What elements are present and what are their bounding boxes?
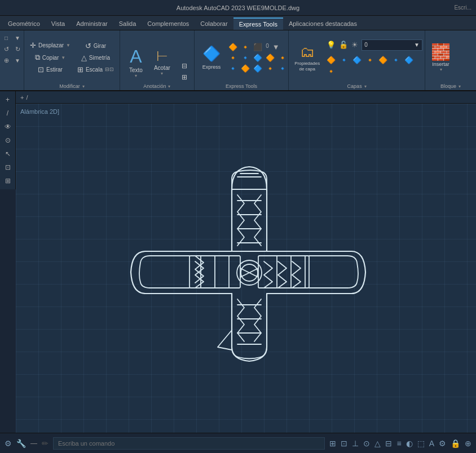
express-icon1[interactable]: 🔶	[227, 42, 239, 52]
breadcrumb-plus[interactable]: +	[20, 94, 24, 101]
tab-geometrico[interactable]: Geométrico	[2, 17, 46, 30]
btn-texto[interactable]: A Texto ▾	[125, 43, 147, 82]
tool-dot[interactable]: ⊙	[1, 134, 15, 146]
express-main-icon: 🔷	[202, 45, 221, 63]
status-icon-transparency[interactable]: ◐	[406, 439, 413, 448]
capas-expand[interactable]: ▾	[364, 84, 367, 89]
express-icon10[interactable]: 🔹	[227, 64, 239, 73]
status-icon-ortho[interactable]: ⊥	[352, 439, 359, 448]
capa-icon1[interactable]: 🔶	[325, 55, 337, 65]
command-input[interactable]	[53, 437, 325, 450]
tool-rect[interactable]: ⊡	[1, 161, 15, 174]
status-icon-polar[interactable]: ⊙	[363, 439, 370, 448]
status-icon-lock[interactable]: 🔒	[451, 439, 460, 448]
breadcrumb-bar: + /	[16, 91, 476, 104]
layer-icon1[interactable]: 💡	[325, 40, 337, 50]
main-canvas: Alámbrica 2D]	[16, 104, 476, 433]
status-separator: —	[30, 439, 37, 447]
express-icon14[interactable]: 🔹	[277, 64, 288, 73]
express-icon6[interactable]: 🔹	[240, 53, 251, 63]
ribbon-panel: □ ▼ ↺ ↻ ⊕ ▼ ✛ Desplazar ▼ ⧉ Copiar	[0, 30, 476, 91]
group-anotacion-label: Anotación ▾	[125, 82, 189, 89]
express-icon13[interactable]: 🔸	[265, 64, 276, 73]
btn-anotacion-extra1[interactable]: ⊟	[179, 61, 189, 71]
tool-plus[interactable]: +	[1, 94, 15, 106]
anotacion-expand[interactable]: ▾	[168, 84, 170, 89]
bloque-content: 🧱 Insertar ▾	[427, 33, 474, 82]
express-icon11[interactable]: 🔶	[240, 64, 251, 73]
layer-icon3[interactable]: ☀	[350, 40, 359, 50]
group-express: 🔷 Express 🔶 🔸 ⬛ 0 ▼ 🔸 🔹 🔷 🔶 🔸	[195, 30, 289, 90]
express-icon12[interactable]: 🔷	[252, 64, 263, 73]
tool-cursor[interactable]: ↖	[1, 148, 15, 160]
express-icon7[interactable]: 🔷	[252, 53, 263, 63]
btn-anotacion-extra2[interactable]: ⊞	[179, 72, 189, 82]
insertar-icon: 🧱	[431, 43, 451, 61]
tab-colaborar[interactable]: Colaborar	[195, 17, 233, 30]
status-icon-cmd: ⚙	[5, 439, 12, 448]
tab-salida[interactable]: Salida	[113, 17, 142, 30]
status-icon-lineweight[interactable]: ≡	[396, 439, 401, 448]
express-icon3[interactable]: ⬛	[252, 42, 263, 52]
btn-escala[interactable]: ⊞ Escala ⊟⊡	[75, 64, 116, 75]
capa-icon6[interactable]: 🔹	[390, 55, 402, 65]
status-icon-snap[interactable]: ⊡	[341, 439, 347, 448]
acotar-icon: ⊢	[156, 50, 168, 63]
group-modificar: ✛ Desplazar ▼ ⧉ Copiar ▼ ⊡ Estirar ↺ Gir…	[24, 30, 120, 90]
cad-svg	[77, 133, 415, 403]
status-icon-osnap[interactable]: △	[374, 439, 381, 448]
status-icon-selection[interactable]: ⬚	[417, 439, 425, 448]
quick-access-undo[interactable]: ↺	[1, 44, 11, 54]
status-icon-3d[interactable]: ⊟	[385, 439, 392, 448]
btn-desplazar[interactable]: ✛ Desplazar ▼	[28, 40, 73, 51]
tab-administrar[interactable]: Administrar	[70, 17, 113, 30]
status-icon-isolate[interactable]: ⊕	[465, 439, 471, 448]
modificar-expand[interactable]: ▾	[82, 84, 85, 89]
quick-access-extra1[interactable]: ⊕	[1, 55, 11, 65]
capa-icon4[interactable]: 🔸	[364, 55, 376, 65]
layer-dropdown[interactable]: 0 ▼	[362, 39, 422, 51]
express-icon2[interactable]: 🔸	[240, 42, 251, 52]
express-icon5[interactable]: 🔸	[227, 53, 239, 63]
btn-propiedades-capa[interactable]: 🗂 Propiedadesde capa	[291, 41, 323, 74]
modificar-content: ✛ Desplazar ▼ ⧉ Copiar ▼ ⊡ Estirar ↺ Gir…	[28, 33, 116, 82]
status-icon-annotate[interactable]: A	[429, 439, 434, 448]
capa-icon5[interactable]: 🔶	[377, 55, 389, 65]
svg-rect-9	[258, 256, 309, 288]
layer-icon2[interactable]: 🔓	[338, 40, 349, 50]
tab-vista[interactable]: Vista	[46, 17, 70, 30]
ribbon-tabs: Geométrico Vista Administrar Salida Comp…	[0, 16, 476, 30]
group-anotacion: A Texto ▾ ⊢ Acotar ▾ ⊟ ⊞ Anotación ▾	[120, 30, 195, 90]
tool-eye[interactable]: 👁	[1, 121, 15, 133]
quick-access-open[interactable]: ▼	[12, 33, 23, 43]
tab-complementos[interactable]: Complementos	[142, 17, 195, 30]
btn-estirar[interactable]: ⊡ Estirar	[36, 64, 65, 75]
anotacion-extra1-icon: ⊟	[182, 62, 187, 70]
bloque-expand[interactable]: ▾	[459, 84, 461, 89]
express-dropdown[interactable]: ▼	[271, 42, 281, 52]
express-icon4[interactable]: 0	[265, 42, 270, 52]
btn-simetria[interactable]: △ Simetría	[79, 52, 112, 63]
btn-express-main[interactable]: 🔷 Express	[198, 38, 226, 77]
capa-icon8[interactable]: 🔸	[325, 66, 337, 76]
capa-icon2[interactable]: 🔹	[338, 55, 350, 65]
tab-express-tools[interactable]: Express Tools	[233, 17, 283, 30]
express-icon8[interactable]: 🔶	[265, 53, 276, 63]
btn-insertar[interactable]: 🧱 Insertar ▾	[427, 41, 454, 74]
express-icon9[interactable]: 🔸	[277, 53, 288, 63]
capa-icon3[interactable]: 🔷	[351, 55, 363, 65]
status-icon-workspace[interactable]: ⚙	[439, 439, 446, 448]
quick-access-new[interactable]: □	[1, 33, 11, 43]
tab-aplicaciones[interactable]: Aplicaciones destacadas	[283, 17, 363, 30]
btn-acotar[interactable]: ⊢ Acotar ▾	[149, 43, 175, 82]
quick-access-extra2[interactable]: ▼	[12, 55, 23, 65]
express-content: 🔷 Express 🔶 🔸 ⬛ 0 ▼ 🔸 🔹 🔷 🔶 🔸	[198, 33, 285, 82]
capa-icon7[interactable]: 🔷	[403, 55, 415, 65]
btn-girar[interactable]: ↺ Girar	[83, 41, 108, 51]
status-icon-grid[interactable]: ⊞	[329, 439, 336, 448]
group-bloque-label: Bloque ▾	[427, 82, 474, 89]
tool-slash[interactable]: /	[1, 107, 15, 119]
tool-extra1[interactable]: ⊞	[1, 175, 15, 187]
btn-copiar[interactable]: ⧉ Copiar ▼	[33, 52, 68, 63]
quick-access-redo[interactable]: ↻	[12, 44, 23, 54]
